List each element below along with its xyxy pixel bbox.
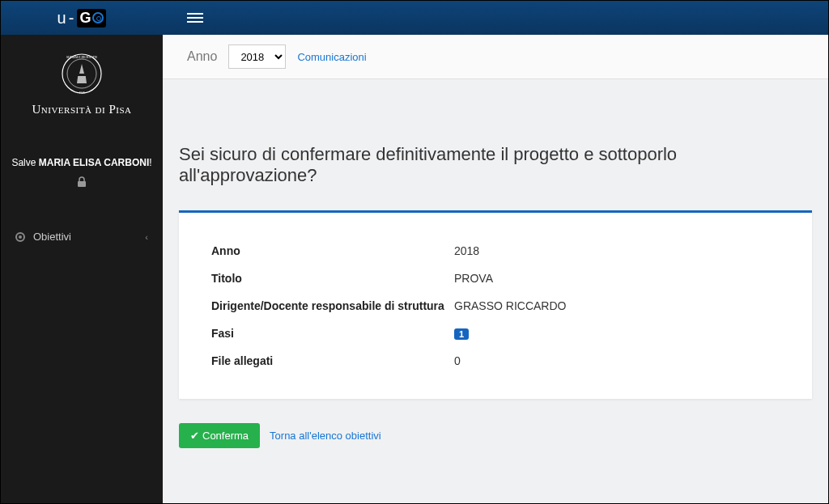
detail-label: Dirigente/Docente responsabile di strutt…	[211, 299, 454, 312]
detail-row-anno: Anno 2018	[211, 237, 780, 265]
detail-label: Fasi	[211, 327, 454, 340]
target-icon	[15, 232, 25, 242]
detail-row-dirigente: Dirigente/Docente responsabile di strutt…	[211, 292, 780, 320]
comunicazioni-link[interactable]: Comunicazioni	[297, 51, 366, 63]
toolbar: Anno 2018 Comunicazioni	[163, 35, 828, 79]
details-panel: Anno 2018 Titolo PROVA Dirigente/Docente…	[179, 210, 812, 399]
detail-value: PROVA	[454, 272, 493, 285]
detail-label: File allegati	[211, 354, 454, 367]
detail-value: GRASSO RICCARDO	[454, 299, 566, 312]
back-link[interactable]: Torna all'elenco obiettivi	[270, 430, 381, 442]
page-title: Sei sicuro di confermare definitivamente…	[179, 144, 812, 186]
sidebar-item-obiettivi[interactable]: Obiettivi ‹	[1, 222, 163, 251]
sidebar: SUPREMÆ DIGNITATIS 1343 Università di Pi…	[1, 35, 163, 503]
lock-icon[interactable]	[77, 176, 87, 190]
target-icon	[92, 12, 104, 23]
university-name: Università di Pisa	[32, 103, 131, 116]
svg-rect-4	[78, 181, 86, 187]
actions-bar: ✔ Conferma Torna all'elenco obiettivi	[179, 423, 812, 448]
main-content: Anno 2018 Comunicazioni Sei sicuro di co…	[163, 35, 828, 503]
check-icon: ✔	[190, 430, 199, 442]
fasi-badge: 1	[454, 328, 469, 340]
detail-label: Titolo	[211, 272, 454, 285]
user-greeting: Salve MARIA ELISA CARBONI!	[11, 157, 151, 168]
app-logo: u - G	[1, 1, 163, 35]
logo-dash: -	[69, 9, 75, 28]
detail-value: 2018	[454, 244, 479, 257]
detail-row-titolo: Titolo PROVA	[211, 265, 780, 292]
sidebar-item-label: Obiettivi	[33, 231, 71, 243]
anno-label: Anno	[187, 49, 217, 64]
detail-value: 1	[454, 327, 469, 340]
detail-row-fasi: Fasi 1	[211, 320, 780, 347]
svg-text:SUPREMÆ DIGNITATIS: SUPREMÆ DIGNITATIS	[66, 56, 97, 59]
topbar: u - G	[1, 1, 828, 35]
svg-text:1343: 1343	[79, 91, 84, 95]
logo-u: u	[57, 9, 67, 28]
university-seal-icon: SUPREMÆ DIGNITATIS 1343	[49, 49, 114, 98]
detail-value: 0	[454, 354, 461, 367]
sidebar-nav: Obiettivi ‹	[1, 222, 163, 251]
year-select[interactable]: 2018	[228, 44, 286, 69]
menu-toggle-icon[interactable]	[187, 13, 203, 23]
detail-label: Anno	[211, 244, 454, 257]
confirm-button[interactable]: ✔ Conferma	[179, 423, 260, 448]
logo-go-icon: G	[77, 9, 106, 28]
chevron-left-icon: ‹	[145, 232, 148, 242]
confirm-button-label: Conferma	[202, 430, 249, 442]
detail-row-allegati: File allegati 0	[211, 347, 780, 375]
